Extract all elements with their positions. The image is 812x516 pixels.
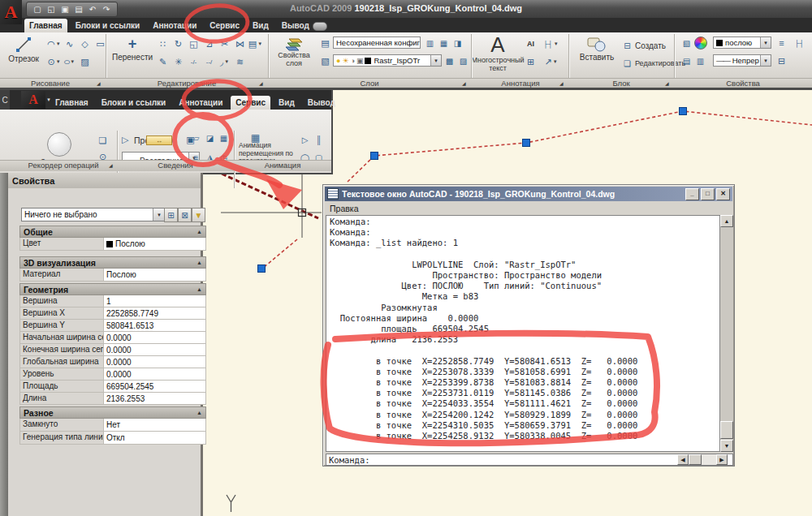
panel-expand-icon[interactable]: ◢ [259, 80, 263, 86]
fillet-icon[interactable]: ◞▼ [218, 55, 231, 68]
plot-icon[interactable]: ⊟ [775, 54, 788, 67]
property-value[interactable]: 0.0000 [104, 356, 206, 368]
combo-arrow-icon[interactable]: ▼ [760, 37, 771, 48]
collapse-icon[interactable]: ▲ [197, 229, 202, 234]
tab-bloki-i-ssylki[interactable]: Блоки и ссылки [71, 19, 145, 32]
ellipse-icon[interactable]: ○▼ [63, 55, 76, 68]
layer-config-combo[interactable]: Несохраненная конфигу ▼ [333, 37, 421, 49]
panel-label-inquiry[interactable]: Сведения [158, 161, 192, 170]
block-edit-row[interactable]: ❏ Редактировать [621, 57, 685, 70]
rotate-icon[interactable]: ↻ [171, 37, 185, 50]
polyline-segment[interactable] [262, 239, 297, 269]
vertical-scrollbar[interactable]: ▲ ▼ [720, 215, 733, 452]
palette-title-strip[interactable] [0, 173, 8, 516]
linetype-scale-icon[interactable]: ▥ [694, 54, 706, 67]
stretch-icon[interactable]: ◱ [187, 37, 201, 50]
close-button[interactable]: ✕ [716, 188, 730, 200]
insert-block-button[interactable]: Вставить [577, 35, 617, 62]
scrollbar-track[interactable] [702, 454, 716, 465]
tab-vyvod[interactable]: Вывод [277, 19, 314, 32]
tab-bloki-i-ssylki[interactable]: Блоки и ссылки [97, 96, 171, 110]
property-value[interactable]: 0.0000 [104, 344, 206, 356]
section-header-misc[interactable]: Разное▲ [19, 406, 206, 419]
block-create-row[interactable]: ⊟ Создать [621, 39, 666, 52]
panel-expand-icon[interactable]: ◢ [109, 162, 113, 168]
layer-thaw-sun-icon[interactable]: ☀ [342, 57, 348, 65]
property-value[interactable]: 1 [104, 295, 206, 307]
panel-label-recorder[interactable]: Рекордер операций [28, 161, 99, 170]
polyline-segment[interactable] [348, 111, 812, 182]
quick-select-button[interactable]: ▼ [192, 208, 205, 222]
redo-icon[interactable]: ↷ [101, 5, 112, 14]
property-value[interactable]: 0.0000 [104, 368, 206, 381]
polygon-icon[interactable]: ◇ [78, 37, 92, 50]
layer-isolate-icon[interactable]: ▥ [424, 37, 436, 49]
console-area[interactable]: Команда: Команда: Команда: _list найдено… [326, 215, 720, 452]
scrollbar-thumb[interactable] [689, 454, 702, 465]
copy-icon[interactable]: ∷ [156, 37, 170, 50]
command-input-line[interactable]: Команда: [326, 454, 733, 466]
new-file-icon[interactable]: ▢ [32, 5, 43, 14]
object-color-combo[interactable]: послою ▼ [713, 37, 771, 49]
property-value[interactable]: Нет [104, 419, 206, 432]
move-button[interactable]: + Перенести [112, 35, 153, 62]
offset-icon[interactable]: ≋ [233, 55, 247, 68]
property-value[interactable]: 669504.2545 [104, 381, 206, 393]
arc-icon[interactable]: ◠▼ [47, 37, 61, 50]
multileader-icon[interactable]: ↗▼ [544, 55, 558, 68]
collapse-icon[interactable]: ▲ [197, 410, 202, 415]
layer-freeze-icon[interactable]: ◨ [451, 37, 464, 49]
combo-arrow-icon[interactable]: ▼ [760, 55, 771, 66]
trim-icon[interactable]: ✂ [218, 37, 231, 50]
selected-polyline-segment[interactable] [222, 174, 318, 218]
circle-icon[interactable]: ⊙▼ [47, 55, 61, 68]
dimension-icon[interactable]: ├┤▼ [544, 37, 558, 50]
insert-message-icon[interactable]: ❏ [96, 134, 110, 147]
erase-icon[interactable]: ✎ [156, 55, 170, 68]
text-window-titlebar[interactable]: Текстовое окно AutoCAD - 190218_Isp_GROK… [325, 187, 732, 201]
tab-glavnaya[interactable]: Главная [50, 96, 93, 110]
linetype-combo[interactable]: —— Непрер ▼ [713, 54, 771, 67]
layer-combo[interactable]: ● ☀ ◑ ▣ Rastr_IspOTr ▼ [333, 54, 442, 67]
panel-expand-icon[interactable]: ◢ [462, 80, 466, 86]
section-header-general[interactable]: Общие▲ [19, 226, 206, 238]
layer-properties-button[interactable]: Свойства слоя [273, 35, 315, 67]
panel-label-drawing[interactable]: Рисование [31, 79, 70, 88]
autocad-logo[interactable]: A [21, 91, 45, 109]
scroll-right-icon[interactable]: ▶ [716, 454, 728, 465]
print-icon[interactable]: ▤ [73, 5, 84, 14]
combo-arrow-icon[interactable]: ▼ [430, 55, 441, 66]
text-style-icon[interactable]: АI [524, 37, 538, 50]
panel-expand-icon[interactable]: ◢ [665, 80, 669, 86]
scrollbar-thumb[interactable] [720, 421, 733, 439]
scale-icon[interactable]: ⊿ [202, 37, 216, 50]
open-file-icon[interactable]: ◱ [45, 5, 57, 14]
property-value[interactable]: 2252858.7749 [104, 307, 206, 320]
select-objects-button[interactable]: ⊠ [178, 208, 192, 222]
tab-vid[interactable]: Вид [248, 19, 274, 32]
toggle-pickadd-button[interactable]: ⊞ [164, 208, 178, 222]
panel-label-annotation[interactable]: Аннотация [501, 79, 539, 88]
mass-properties-icon[interactable]: ◪ [204, 131, 216, 144]
plot-style-icon[interactable]: ├┤ [793, 37, 806, 49]
panel-expand-icon[interactable]: ◢ [559, 80, 564, 86]
horizontal-scrollbar[interactable]: ◀ ▶ [677, 454, 728, 465]
distance-icon[interactable]: ↔ [146, 135, 172, 145]
record-button[interactable] [47, 132, 71, 157]
menu-edit[interactable]: Правка [325, 204, 363, 213]
autocad-logo[interactable]: A [0, 0, 22, 24]
property-value[interactable]: Послою [104, 238, 206, 251]
layer-lock-icon[interactable]: ▣ [356, 57, 364, 65]
layer-walk-icon[interactable]: ▨ [457, 54, 469, 67]
lineweight-icon[interactable]: ≡ [775, 37, 788, 49]
layer-unisolate-icon[interactable]: ▦ [438, 37, 450, 49]
tab-vid[interactable]: Вид [274, 96, 300, 110]
polyline-icon[interactable]: ∿ [63, 37, 76, 50]
explode-icon[interactable]: ✳ [171, 55, 185, 68]
section-header-3d-viz[interactable]: 3D визуализация▲ [19, 256, 206, 269]
panel-label-layers[interactable]: Слои [360, 79, 378, 88]
color-wheel-icon[interactable] [694, 37, 707, 49]
layer-on-bulb-icon[interactable]: ● [336, 57, 340, 65]
property-value[interactable]: 580841.6513 [104, 320, 206, 332]
scroll-down-icon[interactable]: ▼ [720, 440, 733, 452]
